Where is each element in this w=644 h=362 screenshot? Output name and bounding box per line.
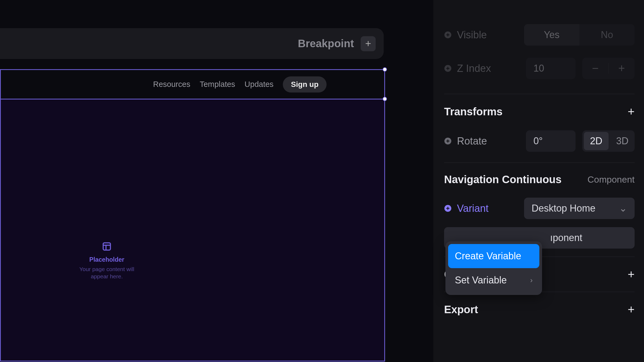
- placeholder-icon: [102, 242, 112, 251]
- plus-circle-icon[interactable]: [444, 205, 452, 212]
- component-type-label: Component: [587, 174, 635, 185]
- add-transform-button[interactable]: +: [628, 105, 635, 118]
- canvas-region: Breakpoint + Resources Templates Updates…: [0, 0, 424, 362]
- visible-no[interactable]: No: [579, 24, 635, 46]
- create-variable-label: Create Variable: [455, 250, 521, 262]
- frame-navbar: Resources Templates Updates Sign up: [1, 70, 384, 99]
- chevron-down-icon: ⌄: [619, 203, 627, 214]
- breakpoint-toolbar: Breakpoint +: [0, 28, 384, 59]
- variant-value: Desktop Home: [532, 203, 595, 214]
- signup-button[interactable]: Sign up: [283, 76, 327, 93]
- visible-label: Visible: [457, 29, 519, 41]
- selected-frame[interactable]: Resources Templates Updates Sign up Plac…: [0, 69, 385, 361]
- plus-circle-icon[interactable]: [444, 31, 452, 39]
- toggle-3d[interactable]: 3D: [610, 130, 635, 152]
- plus-icon: +: [365, 38, 371, 49]
- plus-circle-icon[interactable]: [444, 65, 452, 72]
- placeholder-subtitle: Your page content will appear here.: [76, 265, 138, 280]
- set-variable-label: Set Variable: [455, 275, 507, 286]
- zindex-label: Z Index: [457, 63, 519, 74]
- placeholder-title: Placeholder: [76, 256, 138, 263]
- chevron-right-icon: ›: [530, 276, 533, 285]
- add-override-button[interactable]: +: [628, 268, 635, 281]
- variant-row: Variant Desktop Home ⌄: [444, 195, 635, 222]
- properties-panel: Visible Yes No Z Index 10 − +: [433, 0, 644, 362]
- zindex-stepper: − +: [582, 58, 635, 79]
- visible-yes[interactable]: Yes: [524, 24, 579, 46]
- set-variable-item[interactable]: Set Variable ›: [448, 268, 539, 292]
- export-title: Export: [444, 304, 478, 316]
- edit-component-label: ıponent: [550, 232, 582, 243]
- breakpoint-label: Breakpoint: [298, 38, 354, 50]
- nav-link-updates[interactable]: Updates: [244, 80, 273, 89]
- toggle-2d[interactable]: 2D: [584, 132, 609, 150]
- add-breakpoint-button[interactable]: +: [361, 36, 376, 51]
- plus-circle-icon[interactable]: [444, 137, 452, 145]
- rotate-label: Rotate: [457, 135, 519, 147]
- rotate-input[interactable]: 0°: [526, 130, 576, 152]
- visible-row: Visible Yes No: [444, 21, 635, 48]
- transforms-header: Transforms +: [444, 102, 635, 121]
- divider: [444, 94, 635, 94]
- variable-popover: Create Variable Set Variable ›: [445, 241, 542, 295]
- zindex-input[interactable]: 10: [526, 58, 576, 79]
- dimmed-section: Visible Yes No Z Index 10 − +: [444, 21, 635, 82]
- divider: [444, 162, 635, 163]
- create-variable-item[interactable]: Create Variable: [448, 244, 539, 268]
- transforms-title: Transforms: [444, 106, 503, 118]
- svg-rect-0: [103, 243, 111, 250]
- visible-toggle[interactable]: Yes No: [524, 24, 635, 46]
- placeholder-block: Placeholder Your page content will appea…: [76, 242, 138, 280]
- export-header: Export +: [444, 300, 635, 319]
- stepper-plus-button[interactable]: +: [609, 62, 635, 75]
- variant-select[interactable]: Desktop Home ⌄: [524, 198, 635, 219]
- component-title: Navigation Continuous: [444, 173, 562, 186]
- component-section-header: Navigation Continuous Component: [444, 171, 635, 188]
- zindex-row: Z Index 10 − +: [444, 55, 635, 82]
- variant-label: Variant: [457, 203, 519, 214]
- nav-link-templates[interactable]: Templates: [200, 80, 235, 89]
- selection-handle-icon[interactable]: [383, 97, 387, 101]
- stepper-minus-button[interactable]: −: [582, 62, 608, 75]
- dimension-toggle: 2D 3D: [582, 130, 635, 152]
- nav-link-resources[interactable]: Resources: [153, 80, 191, 89]
- add-export-button[interactable]: +: [628, 303, 635, 316]
- rotate-row: Rotate 0° 2D 3D: [444, 128, 635, 154]
- selection-handle-icon[interactable]: [383, 67, 387, 72]
